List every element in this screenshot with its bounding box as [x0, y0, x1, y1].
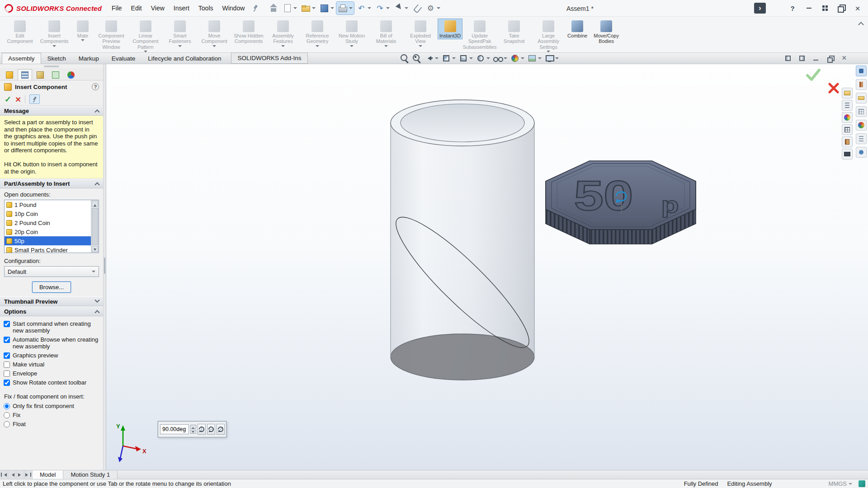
attachment-icon[interactable] — [410, 2, 423, 14]
configuration-manager-tab[interactable] — [33, 69, 47, 80]
save-icon[interactable] — [318, 2, 335, 14]
menu-insert[interactable]: Insert — [169, 2, 194, 14]
option-make-virtual[interactable]: Make virtual — [4, 361, 99, 368]
open-document-item[interactable]: 2 Pound Coin — [5, 218, 91, 227]
part-assembly-section-header[interactable]: Part/Assembly to Insert — [0, 178, 103, 188]
pattern-grid-icon[interactable] — [842, 124, 853, 135]
menu-file[interactable]: File — [107, 2, 127, 14]
configuration-dropdown[interactable]: Default — [4, 266, 99, 277]
custom-properties-icon[interactable] — [856, 133, 867, 144]
radio-button-only-fix-first-component[interactable] — [4, 403, 10, 409]
open-documents-scrollbar[interactable] — [91, 200, 99, 253]
tab-model[interactable]: Model — [33, 470, 63, 479]
pane-left-icon[interactable] — [784, 54, 792, 62]
display-manager-icon[interactable] — [842, 100, 853, 111]
rotation-angle-input[interactable] — [160, 424, 189, 434]
doc-minimize-icon[interactable] — [812, 54, 820, 62]
tab-sketch[interactable]: Sketch — [41, 53, 72, 64]
rotate-about-x-button[interactable] — [198, 424, 206, 435]
edit-appearance-icon[interactable] — [510, 54, 524, 63]
display-manager-tab[interactable] — [64, 69, 78, 80]
checkbox-envelope[interactable] — [4, 371, 10, 377]
rotate-about-z-button[interactable] — [217, 424, 225, 435]
checkbox-make-virtual[interactable] — [4, 361, 10, 368]
open-document-item[interactable]: 50p — [5, 236, 91, 245]
rotation-spin-up-icon[interactable] — [190, 425, 196, 429]
tab-scroll-prev-button[interactable] — [8, 470, 16, 479]
panel-splitter[interactable] — [103, 64, 106, 470]
open-document-item[interactable]: 10p Coin — [5, 209, 91, 218]
ribbon-collapse-icon[interactable] — [857, 19, 864, 27]
pane-right-icon[interactable] — [798, 54, 806, 62]
file-explorer-icon[interactable] — [856, 93, 867, 103]
open-document-item[interactable]: 20p Coin — [5, 227, 91, 236]
option-graphics-preview[interactable]: Graphics preview — [4, 352, 99, 359]
solidworks-resources-icon[interactable] — [856, 66, 867, 76]
graphics-area[interactable]: 50 p Y X — [106, 64, 868, 470]
open-document-item[interactable]: 1 Pound — [5, 200, 91, 209]
tab-markup[interactable]: Markup — [72, 53, 105, 64]
appearances-scenes-icon[interactable] — [856, 120, 867, 131]
restore-window-icon[interactable] — [835, 3, 847, 14]
move-copy-bodies-button[interactable]: Move/Copy Bodies — [589, 19, 623, 45]
radio-float[interactable]: Float — [4, 421, 99, 428]
feature-manager-tab[interactable] — [2, 69, 17, 80]
user-avatar[interactable] — [770, 3, 782, 14]
apps-grid-icon[interactable] — [819, 3, 831, 14]
checkbox-graphics-preview[interactable] — [4, 352, 10, 359]
minimize-icon[interactable] — [803, 3, 815, 14]
thumbnail-section-header[interactable]: Thumbnail Preview — [0, 296, 103, 306]
menu-tools[interactable]: Tools — [194, 2, 218, 14]
screen-icon[interactable] — [842, 149, 853, 160]
undo-icon[interactable] — [355, 2, 373, 14]
radio-button-fix[interactable] — [4, 412, 10, 418]
property-manager-tab[interactable] — [18, 69, 32, 80]
message-section-header[interactable]: Message — [0, 106, 103, 116]
tab-lifecycle-and-collaboration[interactable]: Lifecycle and Collaboration — [142, 53, 227, 64]
menu-window[interactable]: Window — [218, 2, 250, 14]
dimxpert-manager-tab[interactable] — [48, 69, 63, 80]
appearances-ball-icon[interactable] — [842, 112, 853, 123]
doc-close-icon[interactable] — [840, 54, 848, 62]
ok-button[interactable] — [5, 94, 11, 104]
option-envelope[interactable]: Envelope — [4, 371, 99, 377]
new-document-icon[interactable] — [281, 2, 298, 14]
help-icon[interactable] — [92, 83, 99, 90]
scroll-up-icon[interactable] — [92, 201, 98, 207]
cancel-button[interactable] — [15, 94, 21, 104]
checkbox-start-command-when-creating-new-assembly[interactable] — [4, 321, 10, 327]
options-gear-icon[interactable] — [424, 2, 442, 14]
rotation-spin-down-icon[interactable] — [190, 430, 196, 434]
collapse-chevron-icon[interactable] — [94, 182, 99, 187]
expand-chevron-icon[interactable] — [94, 298, 99, 303]
confirm-ok-icon[interactable] — [806, 69, 821, 81]
tab-assembly[interactable]: Assembly — [2, 53, 41, 64]
option-automatic-browse-when-creating-new-assembly[interactable]: Automatic Browse when creating new assem… — [4, 337, 99, 350]
menu-edit[interactable]: Edit — [127, 2, 146, 14]
export-panel-icon[interactable] — [754, 3, 766, 14]
tab-evaluate[interactable]: Evaluate — [105, 53, 142, 64]
tab-scroll-next-button[interactable] — [16, 470, 24, 479]
status-units-selector[interactable]: MMGS — [829, 480, 852, 487]
zoom-to-fit-icon[interactable] — [400, 54, 409, 63]
checkbox-automatic-browse-when-creating-new-assembly[interactable] — [4, 337, 10, 343]
panel-resize-grip[interactable] — [0, 64, 103, 68]
select-cursor-icon[interactable] — [392, 2, 410, 14]
radio-button-float[interactable] — [4, 421, 10, 427]
scroll-thumb[interactable] — [92, 208, 98, 245]
tab-solidworks-add-ins[interactable]: SOLIDWORKS Add-Ins — [231, 52, 307, 64]
hide-show-items-icon[interactable] — [493, 54, 507, 63]
pin-menu-icon[interactable] — [251, 4, 260, 13]
status-corner-indicator-icon[interactable] — [859, 480, 865, 487]
home-icon[interactable] — [267, 2, 280, 14]
solidworks-forum-icon[interactable] — [856, 147, 867, 158]
doc-restore-icon[interactable] — [826, 54, 834, 62]
browse-button[interactable]: Browse... — [32, 282, 71, 293]
push-pin-toggle[interactable] — [29, 94, 40, 104]
view-settings-icon[interactable] — [545, 54, 559, 63]
apply-scene-icon[interactable] — [528, 54, 542, 63]
combine-button[interactable]: Combine — [566, 19, 589, 39]
coin-part[interactable]: 50 p — [546, 161, 696, 244]
display-style-icon[interactable] — [476, 54, 490, 63]
design-binder-icon[interactable] — [842, 136, 853, 147]
